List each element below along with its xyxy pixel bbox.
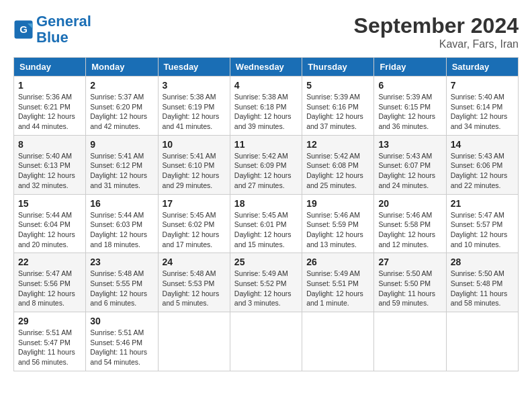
day-number: 2 bbox=[90, 80, 153, 91]
calendar-table: Sunday Monday Tuesday Wednesday Thursday… bbox=[13, 57, 519, 371]
location: Kavar, Fars, Iran bbox=[354, 38, 519, 50]
day-info: Sunrise: 5:46 AM Sunset: 5:58 PM Dayligh… bbox=[378, 210, 441, 250]
day-info: Sunrise: 5:42 AM Sunset: 6:08 PM Dayligh… bbox=[306, 151, 369, 191]
col-friday: Friday bbox=[374, 58, 446, 77]
day-info: Sunrise: 5:44 AM Sunset: 6:04 PM Dayligh… bbox=[18, 210, 81, 250]
col-monday: Monday bbox=[86, 58, 158, 77]
day-info: Sunrise: 5:43 AM Sunset: 6:06 PM Dayligh… bbox=[451, 151, 514, 191]
day-number: 13 bbox=[378, 139, 441, 150]
calendar-week-row: 29 Sunrise: 5:51 AM Sunset: 5:47 PM Dayl… bbox=[14, 312, 519, 371]
day-number: 8 bbox=[18, 139, 81, 150]
day-info: Sunrise: 5:42 AM Sunset: 6:09 PM Dayligh… bbox=[234, 151, 298, 191]
table-row: 27 Sunrise: 5:50 AM Sunset: 5:50 PM Dayl… bbox=[374, 253, 446, 312]
day-number: 26 bbox=[306, 257, 369, 267]
day-info: Sunrise: 5:37 AM Sunset: 6:20 PM Dayligh… bbox=[90, 92, 153, 132]
day-number: 22 bbox=[18, 257, 81, 267]
logo-text: General Blue bbox=[36, 13, 91, 46]
day-number: 15 bbox=[18, 198, 81, 209]
table-row: 1 Sunrise: 5:36 AM Sunset: 6:21 PM Dayli… bbox=[14, 77, 86, 136]
table-row: 29 Sunrise: 5:51 AM Sunset: 5:47 PM Dayl… bbox=[14, 312, 86, 371]
table-row: 3 Sunrise: 5:38 AM Sunset: 6:19 PM Dayli… bbox=[158, 77, 230, 136]
table-row: 17 Sunrise: 5:45 AM Sunset: 6:02 PM Dayl… bbox=[158, 194, 230, 253]
table-row: 20 Sunrise: 5:46 AM Sunset: 5:58 PM Dayl… bbox=[374, 194, 446, 253]
day-number: 7 bbox=[451, 80, 514, 91]
col-tuesday: Tuesday bbox=[158, 58, 230, 77]
day-number: 23 bbox=[90, 257, 153, 267]
day-info: Sunrise: 5:45 AM Sunset: 6:01 PM Dayligh… bbox=[234, 210, 298, 250]
table-row: 23 Sunrise: 5:48 AM Sunset: 5:55 PM Dayl… bbox=[86, 253, 158, 312]
table-row: 13 Sunrise: 5:43 AM Sunset: 6:07 PM Dayl… bbox=[374, 135, 446, 194]
title-block: September 2024 Kavar, Fars, Iran bbox=[354, 13, 519, 50]
day-number: 4 bbox=[234, 80, 298, 91]
table-row: 7 Sunrise: 5:40 AM Sunset: 6:14 PM Dayli… bbox=[446, 77, 518, 136]
table-row: 9 Sunrise: 5:41 AM Sunset: 6:12 PM Dayli… bbox=[86, 135, 158, 194]
day-number: 20 bbox=[378, 198, 441, 209]
day-info: Sunrise: 5:45 AM Sunset: 6:02 PM Dayligh… bbox=[163, 210, 226, 250]
calendar-week-row: 8 Sunrise: 5:40 AM Sunset: 6:13 PM Dayli… bbox=[14, 135, 519, 194]
table-row: 25 Sunrise: 5:49 AM Sunset: 5:52 PM Dayl… bbox=[230, 253, 302, 312]
table-row: 4 Sunrise: 5:38 AM Sunset: 6:18 PM Dayli… bbox=[230, 77, 302, 136]
day-number: 17 bbox=[163, 198, 226, 209]
day-number: 9 bbox=[90, 139, 153, 150]
table-row: 24 Sunrise: 5:48 AM Sunset: 5:53 PM Dayl… bbox=[158, 253, 230, 312]
day-number: 28 bbox=[451, 257, 514, 267]
table-row: 6 Sunrise: 5:39 AM Sunset: 6:15 PM Dayli… bbox=[374, 77, 446, 136]
day-number: 12 bbox=[306, 139, 369, 150]
table-row: 10 Sunrise: 5:41 AM Sunset: 6:10 PM Dayl… bbox=[158, 135, 230, 194]
day-info: Sunrise: 5:39 AM Sunset: 6:15 PM Dayligh… bbox=[378, 92, 441, 132]
table-row bbox=[230, 312, 302, 371]
table-row: 16 Sunrise: 5:44 AM Sunset: 6:03 PM Dayl… bbox=[86, 194, 158, 253]
day-info: Sunrise: 5:48 AM Sunset: 5:53 PM Dayligh… bbox=[163, 269, 226, 308]
day-info: Sunrise: 5:39 AM Sunset: 6:16 PM Dayligh… bbox=[306, 92, 369, 132]
col-sunday: Sunday bbox=[14, 58, 86, 77]
day-info: Sunrise: 5:41 AM Sunset: 6:10 PM Dayligh… bbox=[163, 151, 226, 191]
day-number: 29 bbox=[18, 316, 81, 326]
day-info: Sunrise: 5:36 AM Sunset: 6:21 PM Dayligh… bbox=[18, 92, 81, 132]
day-number: 6 bbox=[378, 80, 441, 91]
svg-text:G: G bbox=[19, 24, 28, 35]
day-info: Sunrise: 5:50 AM Sunset: 5:50 PM Dayligh… bbox=[378, 269, 441, 308]
day-info: Sunrise: 5:38 AM Sunset: 6:18 PM Dayligh… bbox=[234, 92, 298, 132]
day-info: Sunrise: 5:49 AM Sunset: 5:52 PM Dayligh… bbox=[234, 269, 298, 308]
col-wednesday: Wednesday bbox=[230, 58, 302, 77]
col-saturday: Saturday bbox=[446, 58, 518, 77]
day-number: 14 bbox=[451, 139, 514, 150]
day-info: Sunrise: 5:50 AM Sunset: 5:48 PM Dayligh… bbox=[451, 269, 514, 308]
table-row bbox=[302, 312, 374, 371]
day-number: 27 bbox=[378, 257, 441, 267]
day-number: 25 bbox=[234, 257, 298, 267]
day-number: 5 bbox=[306, 80, 369, 91]
day-number: 11 bbox=[234, 139, 298, 150]
day-number: 21 bbox=[451, 198, 514, 209]
day-number: 1 bbox=[18, 80, 81, 91]
day-info: Sunrise: 5:47 AM Sunset: 5:57 PM Dayligh… bbox=[451, 210, 514, 250]
day-number: 16 bbox=[90, 198, 153, 209]
table-row: 5 Sunrise: 5:39 AM Sunset: 6:16 PM Dayli… bbox=[302, 77, 374, 136]
day-info: Sunrise: 5:46 AM Sunset: 5:59 PM Dayligh… bbox=[306, 210, 369, 250]
day-info: Sunrise: 5:47 AM Sunset: 5:56 PM Dayligh… bbox=[18, 269, 81, 308]
table-row: 19 Sunrise: 5:46 AM Sunset: 5:59 PM Dayl… bbox=[302, 194, 374, 253]
day-info: Sunrise: 5:51 AM Sunset: 5:47 PM Dayligh… bbox=[18, 328, 81, 367]
table-row: 18 Sunrise: 5:45 AM Sunset: 6:01 PM Dayl… bbox=[230, 194, 302, 253]
day-info: Sunrise: 5:38 AM Sunset: 6:19 PM Dayligh… bbox=[163, 92, 226, 132]
calendar-week-row: 1 Sunrise: 5:36 AM Sunset: 6:21 PM Dayli… bbox=[14, 77, 519, 136]
day-info: Sunrise: 5:41 AM Sunset: 6:12 PM Dayligh… bbox=[90, 151, 153, 191]
day-number: 3 bbox=[163, 80, 226, 91]
logo: G General Blue bbox=[13, 13, 91, 46]
table-row: 11 Sunrise: 5:42 AM Sunset: 6:09 PM Dayl… bbox=[230, 135, 302, 194]
day-info: Sunrise: 5:40 AM Sunset: 6:14 PM Dayligh… bbox=[451, 92, 514, 132]
table-row: 8 Sunrise: 5:40 AM Sunset: 6:13 PM Dayli… bbox=[14, 135, 86, 194]
month-title: September 2024 bbox=[354, 13, 519, 38]
day-info: Sunrise: 5:49 AM Sunset: 5:51 PM Dayligh… bbox=[306, 269, 369, 308]
day-number: 24 bbox=[163, 257, 226, 267]
day-info: Sunrise: 5:43 AM Sunset: 6:07 PM Dayligh… bbox=[378, 151, 441, 191]
page-header: G General Blue September 2024 Kavar, Far… bbox=[13, 13, 519, 50]
logo-icon: G bbox=[13, 19, 34, 40]
day-number: 19 bbox=[306, 198, 369, 209]
table-row: 21 Sunrise: 5:47 AM Sunset: 5:57 PM Dayl… bbox=[446, 194, 518, 253]
day-info: Sunrise: 5:48 AM Sunset: 5:55 PM Dayligh… bbox=[90, 269, 153, 308]
day-info: Sunrise: 5:44 AM Sunset: 6:03 PM Dayligh… bbox=[90, 210, 153, 250]
table-row: 28 Sunrise: 5:50 AM Sunset: 5:48 PM Dayl… bbox=[446, 253, 518, 312]
table-row bbox=[374, 312, 446, 371]
day-number: 18 bbox=[234, 198, 298, 209]
